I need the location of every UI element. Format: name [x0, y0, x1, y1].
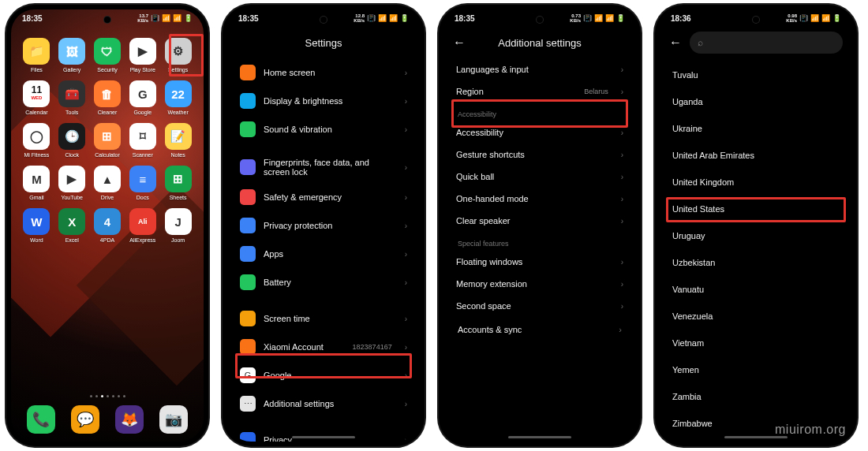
back-button[interactable]: ← — [453, 35, 466, 50]
app-drive[interactable]: ▲Drive — [92, 166, 124, 200]
app-cleaner[interactable]: 🗑Cleaner — [92, 80, 124, 115]
youtube-icon: ▶ — [58, 166, 85, 192]
wifi-icon: 📶 — [810, 14, 819, 22]
settings-row-languages-input[interactable]: Languages & input› — [447, 58, 633, 80]
status-icons: 0.73 KB/s 📳 📶 📶 🔋 — [570, 13, 625, 23]
region-uruguay[interactable]: Uruguay — [660, 222, 852, 249]
app-tools[interactable]: 🧰Tools — [56, 80, 88, 115]
highlight-settings-app — [169, 34, 204, 76]
wifi-icon: 📶 — [594, 14, 603, 22]
settings-row-second-space[interactable]: Second space› — [447, 295, 633, 317]
word-icon: W — [23, 208, 50, 235]
settings-row-privacy-protection[interactable]: Privacy protection› — [230, 211, 417, 240]
chevron-right-icon: › — [621, 173, 623, 181]
app-calendar[interactable]: 11WEDCalendar — [21, 80, 53, 115]
app-4pda[interactable]: 44PDA — [92, 208, 124, 243]
app-docs[interactable]: ≡Docs — [126, 166, 159, 200]
settings-row-sound-vibration[interactable]: Sound & vibration› — [230, 115, 417, 144]
region-uganda[interactable]: Uganda — [660, 88, 852, 115]
vibrate-icon: 📳 — [151, 14, 159, 22]
back-button[interactable]: ← — [669, 35, 682, 50]
app-label: Notes — [170, 152, 185, 158]
app-files[interactable]: 📁Files — [21, 38, 53, 73]
section-header[interactable]: Accounts & sync› — [447, 317, 633, 337]
app-word[interactable]: WWord — [21, 208, 53, 243]
app-scanner[interactable]: ⌑Scanner — [126, 123, 159, 158]
settings-row-additional-settings[interactable]: ⋯Additional settings› — [230, 390, 417, 418]
settings-row-floating-windows[interactable]: Floating windows› — [447, 251, 633, 273]
settings-row-safety-emergency[interactable]: Safety & emergency› — [230, 183, 417, 211]
row-label: Xiaomi Account — [264, 342, 345, 352]
app-security[interactable]: 🛡Security — [92, 38, 124, 73]
region-yemen[interactable]: Yemen — [660, 356, 852, 383]
region-uzbekistan[interactable]: Uzbekistan — [660, 249, 852, 276]
dock-firefox[interactable]: 🦊 — [115, 405, 144, 434]
settings-row-apps[interactable]: Apps› — [230, 240, 417, 268]
app-joom[interactable]: JJoom — [162, 208, 194, 243]
app-notes[interactable]: 📝Notes — [162, 123, 194, 158]
chevron-right-icon: › — [405, 400, 407, 408]
settings-row-display-brightness[interactable]: Display & brightness› — [230, 87, 417, 115]
region-venezuela[interactable]: Venezuela — [660, 303, 852, 330]
app-sheets[interactable]: ⊞Sheets — [162, 166, 194, 200]
settings-row-fingerprints-face-data-and-screen-lock[interactable]: Fingerprints, face data, and screen lock… — [230, 151, 417, 183]
app-calculator[interactable]: ⊞Calculator — [92, 123, 124, 158]
app-label: Docs — [137, 195, 149, 200]
app-label: Gallery — [63, 67, 80, 73]
settings-row-privacy[interactable]: Privacy› — [230, 426, 417, 442]
4pda-icon: 4 — [94, 208, 121, 235]
camera-hole — [753, 17, 759, 23]
clock-icon: 🕒 — [58, 123, 85, 150]
app-excel[interactable]: XExcel — [56, 208, 88, 243]
app-gmail[interactable]: MGmail — [21, 166, 53, 200]
app-label: Mi Fitness — [24, 152, 49, 158]
settings-row-screen-time[interactable]: Screen time› — [230, 304, 417, 333]
region-vanuatu[interactable]: Vanuatu — [660, 276, 852, 303]
app-gallery[interactable]: 🖼Gallery — [56, 38, 88, 73]
status-rate: 12.8 KB/s — [354, 13, 365, 23]
settings-row-quick-ball[interactable]: Quick ball› — [447, 166, 633, 188]
app-weather[interactable]: 22Weather — [162, 80, 194, 115]
row-icon — [240, 432, 256, 442]
app-google[interactable]: GGoogle — [126, 80, 159, 115]
watermark: miuirom.org — [775, 423, 846, 437]
region-vietnam[interactable]: Vietnam — [660, 330, 852, 356]
settings-row-home-screen[interactable]: Home screen› — [230, 58, 417, 87]
calendar-icon: 11WED — [23, 80, 50, 107]
region-zambia[interactable]: Zambia — [660, 383, 852, 410]
settings-row-gesture-shortcuts[interactable]: Gesture shortcuts› — [447, 144, 633, 166]
chevron-right-icon: › — [621, 258, 623, 266]
app-label: Joom — [171, 237, 185, 243]
region-united-arab-emirates[interactable]: United Arab Emirates — [660, 142, 852, 169]
dock: 📞💬🦊📷 — [11, 405, 204, 434]
row-icon — [240, 121, 256, 137]
app-youtube[interactable]: ▶YouTube — [56, 166, 88, 200]
region-ukraine[interactable]: Ukraine — [660, 115, 852, 142]
row-label: Privacy protection — [264, 221, 397, 230]
settings-row-clear-speaker[interactable]: Clear speaker› — [447, 210, 633, 232]
dock-camera[interactable]: 📷 — [159, 405, 188, 434]
app-aliexpress[interactable]: AliAliExpress — [126, 208, 159, 243]
app-clock[interactable]: 🕒Clock — [56, 123, 88, 158]
status-time: 18:35 — [238, 14, 259, 23]
row-label: Sound & vibration — [264, 125, 397, 134]
dock-messages[interactable]: 💬 — [71, 405, 99, 434]
region-tuvalu[interactable]: Tuvalu — [660, 62, 852, 88]
status-icons: 12.8 KB/s 📳 📶 📶 🔋 — [354, 13, 409, 23]
status-time: 18:35 — [22, 14, 43, 23]
region-united-kingdom[interactable]: United Kingdom — [660, 169, 852, 196]
settings-row-one-handed-mode[interactable]: One-handed mode› — [447, 188, 633, 210]
docs-icon: ≡ — [129, 166, 156, 192]
app-play-store[interactable]: ▶Play Store — [126, 38, 159, 73]
chevron-right-icon: › — [405, 125, 407, 134]
dock-phone[interactable]: 📞 — [27, 405, 55, 434]
settings-row-battery[interactable]: Battery› — [230, 268, 417, 296]
row-label: Safety & emergency — [264, 192, 397, 202]
row-icon — [240, 159, 256, 175]
row-label: Second space — [456, 301, 613, 311]
settings-row-memory-extension[interactable]: Memory extension› — [447, 273, 633, 295]
row-label: Floating windows — [456, 257, 613, 266]
app-mi-fitness[interactable]: ◯Mi Fitness — [21, 123, 53, 158]
search-input[interactable]: ⌕ — [690, 32, 843, 54]
signal-icon: 📶 — [821, 14, 830, 22]
